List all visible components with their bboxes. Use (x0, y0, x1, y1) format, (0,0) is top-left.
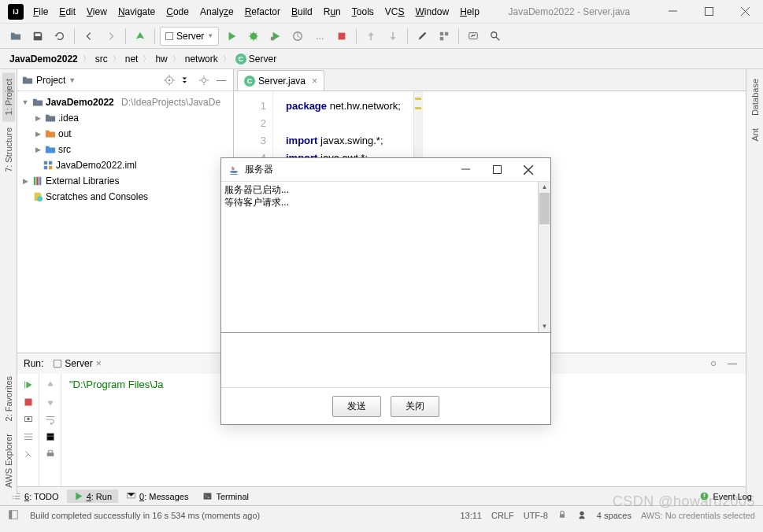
forward-button[interactable] (102, 27, 120, 46)
dialog-titlebar[interactable]: 服务器 (221, 158, 550, 182)
scroll-thumb[interactable] (539, 193, 550, 224)
tree-scratches[interactable]: Scratches and Consoles (17, 189, 233, 205)
run-config-selector[interactable]: Server▼ (160, 27, 219, 46)
tab-aws-explorer[interactable]: AWS Explorer (2, 427, 15, 494)
up-button[interactable] (43, 377, 58, 393)
open-button[interactable] (6, 27, 25, 46)
dialog-close-button[interactable] (513, 159, 544, 181)
tree-root[interactable]: ▼JavaDemo2022 D:\IdeaProjects\JavaDe (17, 94, 233, 110)
panel-hide-button[interactable]: — (214, 73, 228, 87)
menu-code[interactable]: Code (161, 5, 194, 19)
stop-button[interactable] (332, 27, 351, 46)
crumb-class[interactable]: CServer (234, 54, 278, 65)
run-settings-button[interactable] (706, 357, 720, 371)
vcs-update-button[interactable] (361, 27, 380, 46)
tree-iml[interactable]: JavaDemo2022.iml (17, 157, 233, 173)
run-hide-button[interactable]: — (725, 357, 739, 371)
status-time: 13:11 (460, 511, 482, 520)
locate-button[interactable] (162, 73, 176, 87)
close-dialog-button[interactable]: 关闭 (391, 396, 439, 417)
close-tab-icon[interactable]: × (312, 76, 317, 87)
rerun-button[interactable] (20, 377, 36, 393)
search-button[interactable] (486, 27, 505, 46)
menu-vcs[interactable]: VCS (380, 5, 409, 19)
tab-favorites[interactable]: 2: Favorites (2, 370, 15, 427)
tab-messages[interactable]: 0: Messages (120, 490, 194, 503)
svg-rect-7 (440, 36, 443, 39)
crumb-project[interactable]: JavaDemo2022 (8, 54, 80, 65)
pin-button[interactable] (20, 446, 36, 462)
back-button[interactable] (80, 27, 98, 46)
aws-button[interactable] (464, 27, 483, 46)
close-button[interactable] (727, 1, 763, 23)
tab-structure[interactable]: 7: Structure (2, 121, 15, 179)
panel-settings-button[interactable] (197, 73, 211, 87)
tree-out[interactable]: ▶out (17, 126, 233, 142)
menu-tools[interactable]: Tools (347, 5, 379, 19)
dump-button[interactable] (20, 412, 36, 427)
debug-button[interactable] (244, 27, 263, 46)
wrap-button[interactable] (43, 412, 58, 427)
down-button[interactable] (43, 394, 58, 410)
tree-src[interactable]: ▶src (17, 142, 233, 157)
menu-help[interactable]: Help (455, 5, 484, 19)
project-panel-header: Project ▼ — (17, 69, 233, 91)
tab-ant[interactable]: Ant (749, 122, 761, 148)
dialog-minimize-button[interactable] (450, 159, 481, 181)
status-encoding[interactable]: UTF-8 (524, 511, 548, 520)
dialog-text-area[interactable]: 服务器已启动... 等待客户请求... ▲ ▼ (221, 182, 550, 333)
tab-run[interactable]: 4: Run (67, 490, 118, 503)
stop-run-button[interactable] (20, 394, 36, 410)
run-config-tab[interactable]: Server× (48, 357, 106, 371)
menu-view[interactable]: View (82, 5, 112, 19)
crumb-network[interactable]: network (183, 54, 220, 65)
menu-file[interactable]: File (28, 5, 53, 19)
dialog-scrollbar[interactable]: ▲ ▼ (538, 182, 550, 332)
menu-edit[interactable]: Edit (54, 5, 80, 19)
tree-idea[interactable]: ▶.idea (17, 110, 233, 126)
profile-button[interactable] (288, 27, 307, 46)
attach-button[interactable]: ... (310, 27, 329, 46)
scroll-down-icon[interactable]: ▼ (539, 321, 550, 332)
dialog-maximize-button[interactable] (481, 159, 513, 181)
print-button[interactable] (43, 446, 58, 462)
minimize-button[interactable] (654, 1, 691, 23)
status-eol[interactable]: CRLF (491, 511, 514, 520)
build-button[interactable] (131, 27, 150, 46)
project-structure-button[interactable] (435, 27, 454, 46)
editor-tab-server[interactable]: CServer.java× (237, 70, 324, 91)
scroll-up-icon[interactable]: ▲ (539, 182, 550, 193)
lock-icon[interactable] (557, 510, 567, 521)
crumb-hw[interactable]: hw (154, 54, 169, 65)
crumb-net[interactable]: net (124, 54, 140, 65)
menu-run[interactable]: Run (319, 5, 346, 19)
menu-build[interactable]: Build (287, 5, 317, 19)
save-button[interactable] (28, 27, 47, 46)
status-indicator-icon[interactable] (8, 509, 19, 522)
menu-navigate[interactable]: Navigate (113, 5, 160, 19)
crumb-src[interactable]: src (94, 54, 109, 65)
tab-database[interactable]: Database (749, 72, 761, 122)
tree-ext-lib[interactable]: ▶External Libraries (17, 173, 233, 189)
refresh-button[interactable] (50, 27, 69, 46)
menu-window[interactable]: Window (410, 5, 454, 19)
run-button[interactable] (222, 27, 241, 46)
run-label: Run: (24, 358, 43, 369)
project-panel: Project ▼ — ▼JavaDemo2022 D:\IdeaProject… (17, 69, 234, 353)
layout-button[interactable] (20, 429, 36, 445)
maximize-button[interactable] (691, 1, 727, 23)
settings-button[interactable] (413, 27, 432, 46)
expand-all-button[interactable] (180, 73, 194, 87)
dialog-input-area[interactable] (221, 333, 550, 388)
menu-refactor[interactable]: Refactor (240, 5, 285, 19)
coverage-button[interactable] (266, 27, 285, 46)
menu-analyze[interactable]: Analyze (195, 5, 239, 19)
scroll-button[interactable] (43, 429, 58, 445)
status-indent[interactable]: 4 spaces (597, 511, 632, 520)
tab-terminal[interactable]: Terminal (196, 490, 255, 503)
tab-project[interactable]: 1: Project (2, 72, 15, 121)
status-aws[interactable]: AWS: No credentials selected (641, 511, 755, 520)
send-button[interactable]: 发送 (332, 396, 381, 417)
vcs-commit-button[interactable] (383, 27, 402, 46)
inspector-icon[interactable] (576, 509, 587, 522)
